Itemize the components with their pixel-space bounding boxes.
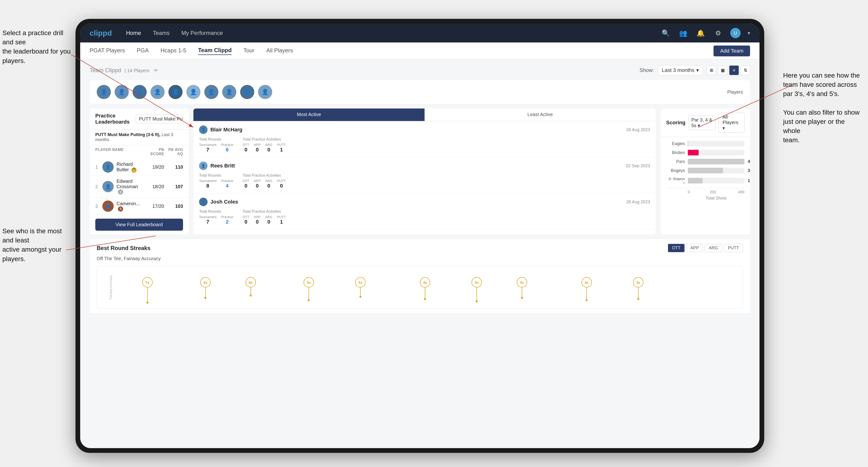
activity-card-header-2: 👤 Rees Britt 02 Sep 2023 bbox=[199, 161, 650, 170]
practice-activities-group-2: Total Practice Activities OTT 0 APP 0 bbox=[243, 173, 286, 189]
tournament-label-1: Tournament bbox=[199, 143, 217, 147]
activities-values-3: OTT 0 APP 0 ARG 0 bbox=[243, 215, 286, 225]
needle-7: 4x bbox=[471, 277, 482, 302]
search-icon-btn[interactable]: 🔍 bbox=[660, 28, 671, 38]
nav-link-home[interactable]: Home bbox=[126, 30, 141, 36]
player-avatar-5[interactable]: 👤 bbox=[168, 85, 183, 99]
bar-label-birdies: Birdies bbox=[666, 150, 685, 155]
needle-dot-1 bbox=[147, 302, 148, 304]
streaks-title: Best Round Streaks bbox=[97, 245, 151, 251]
filter-arg-btn[interactable]: ARG bbox=[705, 244, 722, 252]
practice-col-2: Practice 4 bbox=[221, 179, 233, 189]
scoring-bar-chart: Eagles 3 Birdies 96 bbox=[660, 137, 750, 205]
add-team-button[interactable]: Add Team bbox=[714, 45, 750, 56]
streaks-filter: OTT APP ARG PUTT bbox=[668, 244, 743, 252]
filter-ott-btn[interactable]: OTT bbox=[668, 244, 684, 252]
filter-app-btn[interactable]: APP bbox=[686, 244, 703, 252]
player-avatar-3[interactable]: 👤 bbox=[132, 85, 147, 99]
lb-avatar-2: 👤 bbox=[102, 181, 114, 192]
bar-fill-pars bbox=[688, 159, 744, 164]
view-list-btn[interactable]: ≡ bbox=[729, 66, 739, 75]
rank-2: 2 bbox=[95, 184, 102, 189]
tournament-col-2: Tournament 8 bbox=[199, 179, 217, 189]
bar-row-birdies: Birdies 96 bbox=[666, 150, 744, 155]
people-icon-btn[interactable]: 👥 bbox=[678, 28, 688, 38]
settings-icon-btn[interactable]: ⚙ bbox=[713, 28, 723, 38]
bar-label-pars: Pars bbox=[666, 159, 685, 164]
total-rounds-label-3: Total Rounds bbox=[199, 210, 233, 214]
needle-6: 4x bbox=[420, 277, 430, 300]
needle-8: 4x bbox=[517, 277, 527, 299]
needle-stem-10 bbox=[638, 287, 639, 298]
gold-badge-1: 🥇 bbox=[131, 167, 136, 173]
show-period-dropdown[interactable]: Last 3 months ▾ bbox=[658, 65, 703, 75]
bell-icon-btn[interactable]: 🔔 bbox=[695, 28, 706, 38]
practice-activities-label-3: Total Practice Activities bbox=[243, 210, 286, 214]
activity-card-header-3: 👤 Josh Coles 26 Aug 2023 bbox=[199, 198, 650, 206]
needle-dot-5 bbox=[360, 296, 361, 298]
player-avatar-6[interactable]: 👤 bbox=[186, 85, 200, 99]
player-avatar-2[interactable]: 👤 bbox=[115, 85, 129, 99]
view-grid-large-btn[interactable]: ▦ bbox=[718, 66, 727, 75]
filter-putt-btn[interactable]: PUTT bbox=[724, 244, 743, 252]
streaks-section: Best Round Streaks OTT APP ARG PUTT Off … bbox=[90, 239, 750, 313]
tournament-col-1: Tournament 7 bbox=[199, 143, 217, 153]
tab-most-active[interactable]: Most Active bbox=[193, 108, 425, 121]
subnav-all-players[interactable]: All Players bbox=[266, 47, 293, 55]
tablet-screen: clippd Home Teams My Performance 🔍 👥 🔔 ⚙… bbox=[80, 24, 760, 448]
bar-value-doublebogeys: 131 bbox=[748, 178, 750, 183]
drill-dropdown[interactable]: PUTT Must Make Putting... ▾ bbox=[136, 115, 183, 123]
player-avatar-7[interactable]: 👤 bbox=[204, 85, 218, 99]
player-avatar-4[interactable]: 👤 bbox=[151, 85, 165, 99]
nav-link-performance[interactable]: My Performance bbox=[181, 30, 223, 36]
bar-row-bogeys: Bogeys 311 bbox=[666, 168, 744, 173]
needle-dot-10 bbox=[637, 298, 639, 300]
player-avatar-9[interactable]: 👤 bbox=[240, 85, 254, 99]
bar-fill-eagles bbox=[688, 141, 688, 147]
subnav-hcaps[interactable]: Hcaps 1-5 bbox=[161, 47, 186, 55]
rank-3: 3 bbox=[95, 204, 102, 209]
leaderboard-item[interactable]: 3 👤 Cameron... 3 17/20 103 bbox=[90, 198, 189, 215]
activity-player-1: 👤 Blair McHarg bbox=[199, 125, 243, 134]
subnav-pga[interactable]: PGA bbox=[137, 47, 149, 55]
bar-fill-bogeys bbox=[688, 168, 723, 173]
practice-col-1: Practice 6 bbox=[221, 143, 233, 153]
scoring-header: Scoring Par 3, 4 & 5s ▾ All Players ▾ bbox=[660, 108, 750, 137]
nav-link-teams[interactable]: Teams bbox=[153, 30, 169, 36]
needle-dot-7 bbox=[476, 301, 478, 302]
player-avatar-8[interactable]: 👤 bbox=[222, 85, 236, 99]
subnav-team-clippd[interactable]: Team Clippd bbox=[198, 47, 231, 55]
user-avatar[interactable]: U bbox=[730, 28, 741, 38]
leaderboard-item[interactable]: 2 👤 Edward Crossman 2 18/20 107 bbox=[90, 176, 189, 198]
col-player-name: PLAYER NAME bbox=[95, 148, 145, 156]
tab-least-active[interactable]: Least Active bbox=[425, 108, 656, 121]
needle-stem-5 bbox=[360, 287, 361, 296]
leaderboard-item[interactable]: 1 👤 Richard Butler 🥇 19/20 110 bbox=[90, 158, 189, 176]
bar-track-birdies: 96 bbox=[688, 150, 744, 155]
subnav-tour[interactable]: Tour bbox=[243, 47, 254, 55]
par-filter-dropdown[interactable]: Par 3, 4 & 5s ▾ bbox=[688, 116, 716, 130]
practice-activities-label-2: Total Practice Activities bbox=[243, 173, 286, 178]
rounds-values-3: Tournament 7 Practice 2 bbox=[199, 215, 233, 225]
bar-label-eagles: Eagles bbox=[666, 141, 685, 146]
player-filter-dropdown[interactable]: All Players ▾ bbox=[718, 113, 744, 132]
activities-values-2: OTT 0 APP 0 ARG 0 bbox=[243, 179, 286, 189]
player-avatar-1[interactable]: 👤 bbox=[97, 85, 111, 99]
leaderboard-panel: Practice Leaderboards PUTT Must Make Put… bbox=[90, 108, 189, 235]
view-grid-small-btn[interactable]: ⊞ bbox=[707, 66, 716, 75]
subnav-pgat[interactable]: PGAT Players bbox=[90, 47, 125, 55]
lb-avatar-1: 👤 bbox=[102, 161, 114, 173]
axis-title: Total Shots bbox=[666, 196, 744, 201]
annotation-top-left: Select a practice drill and see the lead… bbox=[2, 28, 73, 65]
y-axis-label: Fairway Accuracy bbox=[109, 275, 113, 299]
player-avatar-10[interactable]: 👤 bbox=[258, 85, 272, 99]
view-filter-btn[interactable]: ⇅ bbox=[741, 66, 750, 75]
edit-icon[interactable]: ✏ bbox=[154, 67, 158, 73]
activities-values-1: OTT 0 APP 0 ARG 0 bbox=[243, 143, 286, 153]
needle-stem-6 bbox=[425, 287, 425, 298]
needle-dot-4 bbox=[308, 299, 310, 301]
view-full-leaderboard-button[interactable]: View Full Leaderboard bbox=[95, 219, 183, 231]
activity-date-3: 26 Aug 2023 bbox=[626, 199, 650, 205]
total-rounds-group-1: Total Rounds Tournament 7 Practice 6 bbox=[199, 137, 233, 153]
needle-dot-8 bbox=[521, 297, 523, 299]
